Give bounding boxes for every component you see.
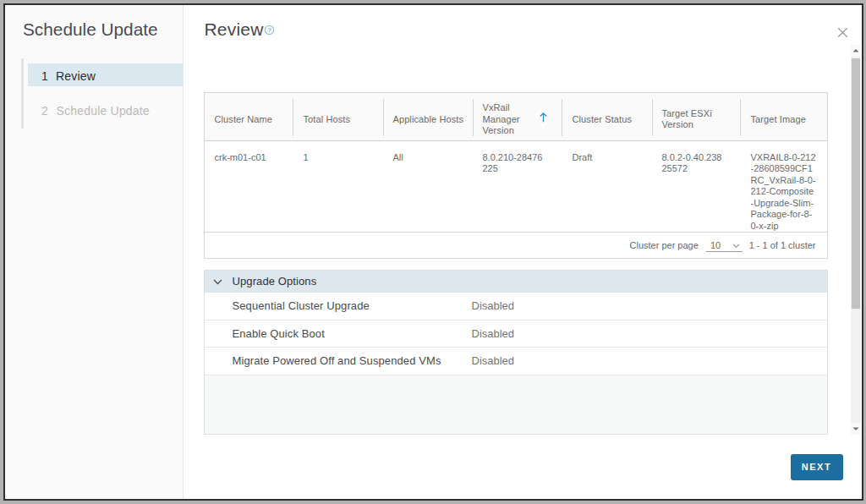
svg-text:?: ? (267, 26, 271, 34)
